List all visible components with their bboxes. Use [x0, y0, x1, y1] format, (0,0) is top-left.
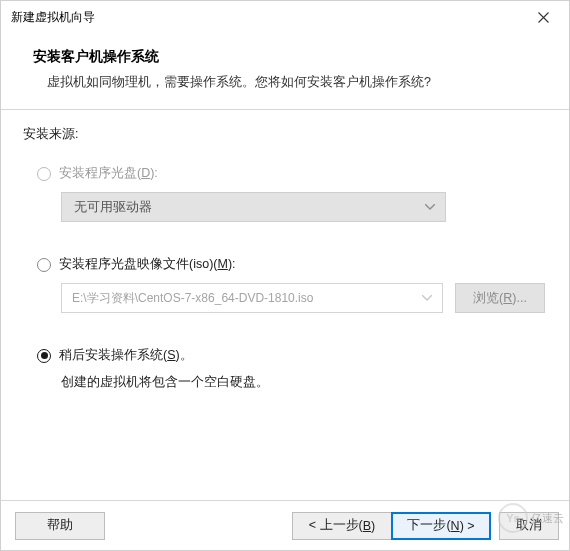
radio-label-iso: 安装程序光盘映像文件(iso)(M):	[59, 256, 236, 273]
option-iso-file: 安装程序光盘映像文件(iso)(M): E:\学习资料\CentOS-7-x86…	[37, 256, 547, 313]
radio-label-later: 稍后安装操作系统(S)。	[59, 347, 193, 364]
radio-row-iso[interactable]: 安装程序光盘映像文件(iso)(M):	[37, 256, 547, 273]
wizard-window: 新建虚拟机向导 安装客户机操作系统 虚拟机如同物理机，需要操作系统。您将如何安装…	[0, 0, 570, 551]
chevron-down-icon	[425, 204, 435, 210]
radio-icon	[37, 258, 51, 272]
radio-icon	[37, 167, 51, 181]
watermark-text: 亿速云	[531, 511, 564, 526]
dropdown-text: 无可用驱动器	[74, 199, 152, 216]
radio-row-later[interactable]: 稍后安装操作系统(S)。	[37, 347, 547, 364]
help-button[interactable]: 帮助	[15, 512, 105, 540]
next-button[interactable]: 下一步(N) >	[391, 512, 491, 540]
iso-path-text: E:\学习资料\CentOS-7-x86_64-DVD-1810.iso	[72, 290, 313, 307]
disc-drive-dropdown: 无可用驱动器	[61, 192, 446, 222]
source-label: 安装来源:	[23, 126, 547, 143]
page-title: 安装客户机操作系统	[33, 48, 551, 66]
header: 安装客户机操作系统 虚拟机如同物理机，需要操作系统。您将如何安装客户机操作系统?	[1, 33, 569, 110]
chevron-down-icon	[422, 295, 432, 301]
back-button[interactable]: < 上一步(B)	[292, 512, 392, 540]
radio-icon	[37, 349, 51, 363]
content-area: 安装来源: 安装程序光盘(D): 无可用驱动器 安装程序光盘映像文件	[1, 110, 569, 500]
radio-label-disc: 安装程序光盘(D):	[59, 165, 158, 182]
option-installer-disc: 安装程序光盘(D): 无可用驱动器	[37, 165, 547, 222]
radio-row-disc[interactable]: 安装程序光盘(D):	[37, 165, 547, 182]
titlebar: 新建虚拟机向导	[1, 1, 569, 33]
later-description: 创建的虚拟机将包含一个空白硬盘。	[61, 374, 547, 391]
close-icon	[538, 12, 549, 23]
page-description: 虚拟机如同物理机，需要操作系统。您将如何安装客户机操作系统?	[47, 72, 551, 93]
close-button[interactable]	[521, 2, 565, 32]
option-install-later: 稍后安装操作系统(S)。 创建的虚拟机将包含一个空白硬盘。	[37, 347, 547, 391]
window-title: 新建虚拟机向导	[11, 9, 521, 26]
browse-button: 浏览(R)...	[455, 283, 545, 313]
iso-path-field: E:\学习资料\CentOS-7-x86_64-DVD-1810.iso	[61, 283, 443, 313]
watermark-logo-icon: Ys	[498, 503, 528, 533]
watermark: Ys 亿速云	[498, 503, 564, 533]
footer: 帮助 < 上一步(B) 下一步(N) > 取消	[1, 500, 569, 550]
